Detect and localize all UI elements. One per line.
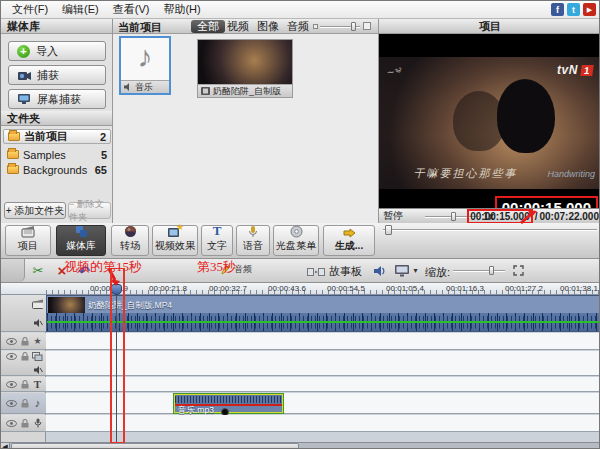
eye-icon[interactable] xyxy=(6,418,17,429)
tv-star-icon: ★ xyxy=(168,226,182,238)
menu-file[interactable]: 文件(F) xyxy=(5,1,55,18)
disc-menu-button[interactable]: 光盘菜单 xyxy=(273,225,319,256)
import-button[interactable]: + 导入 xyxy=(8,41,106,61)
transitions-button[interactable]: 转场 xyxy=(111,225,149,256)
menu-view[interactable]: 查看(V) xyxy=(106,1,157,18)
storyboard-toggle[interactable]: 故事板 xyxy=(307,264,362,279)
track-audio-speaker-icon[interactable] xyxy=(4,364,43,375)
eye-icon[interactable] xyxy=(6,351,17,362)
split-button[interactable]: ✂ xyxy=(29,262,47,279)
timeline-hscrollbar[interactable]: ◂ xyxy=(1,442,600,449)
ruler-label: 00:00:21.8 xyxy=(141,284,195,293)
voice-button[interactable]: 语音 xyxy=(236,225,270,256)
scroll-left-button[interactable]: ◂ xyxy=(1,443,10,449)
lock-icon[interactable] xyxy=(19,398,30,409)
effects-track-icon: ★ xyxy=(32,336,43,347)
storyboard-icon xyxy=(307,267,325,277)
timeline-zoom-slider[interactable] xyxy=(453,270,505,272)
folder-current-project[interactable]: 当前项目 2 xyxy=(3,129,111,144)
ruler-label: 00:00:54.5 xyxy=(319,284,373,293)
video-frame: ~༄ tvN1 干嘛要担心那些事 Handwriting xyxy=(379,57,600,189)
voice-track[interactable] xyxy=(46,415,600,432)
video-clip-name: 奶酪陷阱_自制版.MP4 xyxy=(88,300,172,312)
folder-icon xyxy=(8,132,20,141)
ruler-label: 00:00:43.6 xyxy=(260,284,314,293)
monitor-icon xyxy=(17,93,31,105)
speaker-icon xyxy=(124,83,132,91)
facebook-icon[interactable]: f xyxy=(551,3,564,16)
video-effects-button[interactable]: ★ 视频效果 xyxy=(152,225,198,256)
playback-state-label: 暂停 xyxy=(383,209,403,223)
lock-icon[interactable] xyxy=(19,351,30,362)
project-button[interactable]: 项目 xyxy=(5,225,51,256)
eye-icon[interactable] xyxy=(6,398,17,409)
disc-icon xyxy=(290,225,303,238)
monitor-dropdown-arrow[interactable]: ▾ xyxy=(411,262,420,279)
subtitle-text: 干嘛要担心那些事 xyxy=(379,166,552,181)
folders-header: 文件夹 xyxy=(1,111,112,126)
audio-clip[interactable]: 音乐.mp3 xyxy=(174,394,283,413)
camcorder-icon xyxy=(17,70,31,81)
text-track-icon: T xyxy=(32,379,43,390)
annotation-playhead-box xyxy=(110,268,125,443)
audio-track[interactable]: 音乐.mp3 xyxy=(46,393,600,414)
timeline-zoom-handle[interactable] xyxy=(489,266,494,275)
eye-icon[interactable] xyxy=(6,336,17,347)
thumb-size-slider-handle[interactable] xyxy=(351,22,356,31)
capture-button[interactable]: 捕获 xyxy=(8,65,106,85)
ruler-label: 00:00:32.7 xyxy=(201,284,255,293)
lock-icon[interactable] xyxy=(19,336,30,347)
tab-all[interactable]: 全部 xyxy=(191,20,225,33)
preview-screen: ~༄ tvN1 干嘛要担心那些事 Handwriting 00:00:15.00… xyxy=(379,34,600,208)
produce-arrow-icon xyxy=(342,225,356,238)
add-folder-button[interactable]: + 添加文件夹 xyxy=(4,202,66,219)
text-T-icon: T xyxy=(213,224,222,238)
video-clip[interactable]: 奶酪陷阱_自制版.MP4 xyxy=(46,295,600,332)
seek-slider[interactable] xyxy=(383,229,597,231)
media-library-button[interactable]: 媒体库 xyxy=(56,225,106,256)
remove-folder-button[interactable]: − 删除文件夹 xyxy=(68,202,111,219)
folder-backgrounds[interactable]: Backgrounds 65 xyxy=(3,162,111,177)
effects-track[interactable] xyxy=(46,333,600,350)
annotation-label-35s: 第35秒 xyxy=(197,258,236,276)
fit-to-screen-button[interactable] xyxy=(509,262,527,279)
seek-slider-handle[interactable] xyxy=(385,225,392,235)
preview-status-bar: 暂停 1x 00:00:15.000 / 00:07:22.000 xyxy=(379,208,600,223)
text-button[interactable]: T 文字 xyxy=(201,225,233,256)
menu-bar: 文件(F) 编辑(E) 查看(V) 帮助(H) f t ▶ xyxy=(1,1,600,19)
timecode-separator: / xyxy=(535,211,538,222)
lock-icon[interactable] xyxy=(19,418,30,429)
thumb-size-large-icon xyxy=(363,22,371,30)
media-item-video[interactable]: 奶酪陷阱_自制版 xyxy=(197,39,293,98)
lock-icon[interactable] xyxy=(19,379,30,390)
menu-edit[interactable]: 编辑(E) xyxy=(55,1,106,18)
produce-button[interactable]: 生成... xyxy=(323,225,375,256)
youtube-icon[interactable]: ▶ xyxy=(583,3,596,16)
dual-monitor-button[interactable] xyxy=(391,262,413,279)
text-track[interactable] xyxy=(46,377,600,392)
track-audio-speaker-icon[interactable] xyxy=(4,317,43,328)
eye-icon[interactable] xyxy=(6,379,17,390)
folder-samples[interactable]: Samples 5 xyxy=(3,147,111,162)
track-header-audio: ♪ xyxy=(1,393,46,414)
tab-audio[interactable]: 音频 xyxy=(281,20,315,33)
mute-speaker-button[interactable] xyxy=(371,262,389,279)
twitter-icon[interactable]: t xyxy=(567,3,580,16)
track-header-video xyxy=(1,295,46,332)
menu-help[interactable]: 帮助(H) xyxy=(156,1,207,18)
music-note-icon: ♪ xyxy=(121,40,169,74)
microphone-icon xyxy=(248,225,258,238)
tab-image[interactable]: 图像 xyxy=(251,20,285,33)
timeline-ruler[interactable]: 00:00:10.9 00:00:21.8 00:00:32.7 00:00:4… xyxy=(1,283,600,295)
speed-slider-handle[interactable] xyxy=(451,212,456,221)
tab-video[interactable]: 视频 xyxy=(221,20,255,33)
media-library-panel: 媒体库 + 导入 捕获 屏幕捕获 文件夹 当前项目 2 Samples 5 xyxy=(1,19,113,223)
screen-capture-button[interactable]: 屏幕捕获 xyxy=(8,89,106,109)
audio-track-icon: ♪ xyxy=(32,398,43,409)
folder-count: 65 xyxy=(95,164,107,176)
scrollbar-thumb[interactable] xyxy=(11,443,299,449)
korean-handwriting-logo: ~༄ xyxy=(386,64,401,80)
media-item-music[interactable]: ♪ 音乐 xyxy=(119,36,171,95)
overlay-track[interactable] xyxy=(46,351,600,376)
video-editor-window: 文件(F) 编辑(E) 查看(V) 帮助(H) f t ▶ 媒体库 + 导入 捕… xyxy=(0,0,600,449)
